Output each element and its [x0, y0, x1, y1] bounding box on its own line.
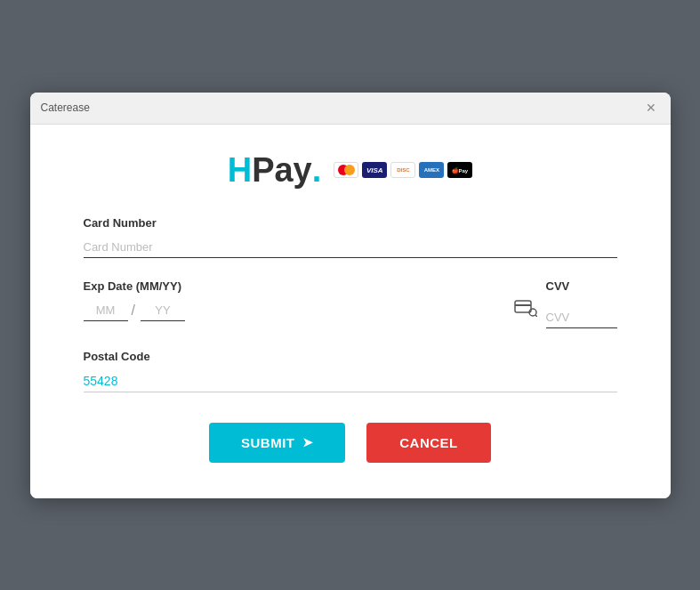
discover-logo: DISC	[390, 162, 415, 178]
svg-line-3	[535, 315, 537, 317]
card-number-label: Card Number	[84, 216, 617, 230]
cancel-label: CANCEL	[399, 435, 458, 450]
logo-dot: .	[312, 151, 322, 190]
exp-mm-input[interactable]	[84, 300, 128, 321]
dialog-body: H Pay . VISA DISC AMEX 🍎Pay Card Number	[30, 125, 671, 498]
dialog-window: Caterease ✕ H Pay . VISA DISC AMEX	[30, 93, 671, 498]
exp-yy-input[interactable]	[141, 300, 185, 321]
exp-label: Exp Date (MM/YY)	[84, 279, 479, 293]
postal-code-label: Postal Code	[84, 350, 617, 363]
logo-area: H Pay . VISA DISC AMEX 🍎Pay	[84, 151, 617, 190]
submit-button[interactable]: SUBMIT ➤	[209, 423, 345, 463]
cvv-input[interactable]	[546, 307, 617, 328]
cvv-section: CVV	[514, 279, 617, 328]
mastercard-logo	[334, 162, 358, 178]
cvv-field-wrap: CVV	[546, 279, 617, 328]
exp-inputs: /	[84, 300, 479, 321]
card-number-input[interactable]	[84, 237, 617, 258]
applepay-logo: 🍎Pay	[447, 162, 472, 178]
exp-separator: /	[128, 303, 141, 319]
card-number-group: Card Number	[84, 216, 617, 258]
submit-label: SUBMIT	[241, 435, 295, 450]
card-logos: VISA DISC AMEX 🍎Pay	[334, 162, 472, 178]
close-button[interactable]: ✕	[642, 99, 660, 117]
cancel-button[interactable]: CANCEL	[366, 423, 491, 463]
svg-rect-0	[515, 301, 531, 312]
cvv-label: CVV	[546, 279, 617, 293]
submit-arrow-icon: ➤	[302, 435, 314, 449]
button-row: SUBMIT ➤ CANCEL	[84, 414, 617, 463]
postal-code-input[interactable]	[84, 370, 617, 392]
exp-cvv-row: Exp Date (MM/YY) /	[84, 279, 617, 328]
exp-section: Exp Date (MM/YY) /	[84, 279, 479, 321]
hpay-logo: H Pay .	[228, 151, 322, 190]
logo-pay: Pay	[252, 153, 312, 187]
amex-logo: AMEX	[419, 162, 444, 178]
logo-h: H	[228, 153, 252, 187]
titlebar: Caterease ✕	[30, 93, 671, 125]
postal-code-group: Postal Code	[84, 350, 617, 392]
cvv-icon	[514, 299, 537, 317]
window-title: Caterease	[41, 101, 90, 114]
visa-logo: VISA	[362, 162, 387, 178]
